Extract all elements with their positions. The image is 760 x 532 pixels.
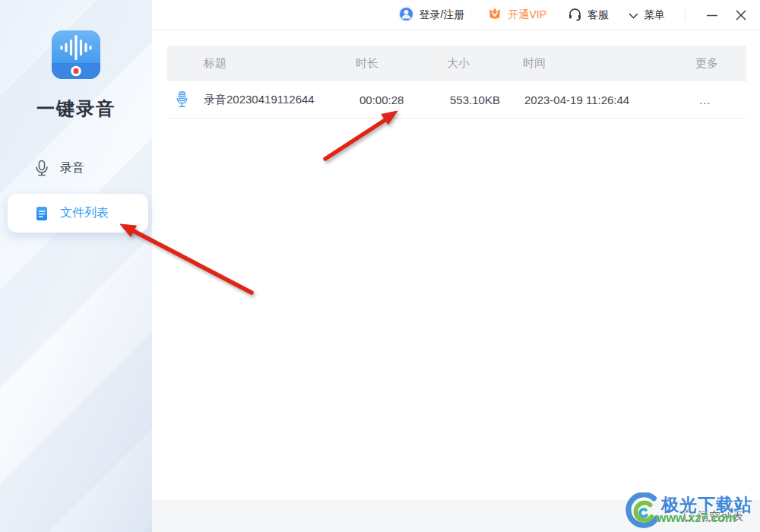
customer-service-label: 客服 bbox=[587, 8, 609, 22]
footer-bar: 清空列表 bbox=[152, 500, 760, 532]
login-register-button[interactable]: 登录/注册 bbox=[398, 6, 465, 24]
cell-time: 2023-04-19 11:26:44 bbox=[524, 81, 629, 118]
user-avatar-icon bbox=[398, 6, 414, 24]
sidebar-item-label: 文件列表 bbox=[60, 205, 109, 221]
microphone-icon bbox=[34, 160, 49, 176]
trash-icon bbox=[682, 509, 693, 524]
open-vip-label: 开通VIP bbox=[508, 8, 546, 22]
app-title: 一键录音 bbox=[0, 97, 152, 121]
row-more-button[interactable]: ... bbox=[699, 81, 711, 118]
clear-list-button[interactable]: 清空列表 bbox=[682, 500, 743, 532]
chevron-down-icon bbox=[629, 9, 638, 21]
clear-list-label: 清空列表 bbox=[698, 509, 743, 524]
recording-mic-icon bbox=[176, 91, 188, 108]
column-header-size: 大小 bbox=[447, 46, 470, 81]
customer-service-button[interactable]: 客服 bbox=[568, 7, 609, 24]
minimize-button[interactable] bbox=[704, 7, 720, 24]
open-vip-button[interactable]: 开通VIP bbox=[487, 7, 546, 24]
topbar: 登录/注册 开通VIP 客服 bbox=[152, 0, 760, 30]
column-header-more: 更多 bbox=[695, 46, 718, 81]
cell-size: 553.10KB bbox=[450, 81, 500, 118]
sidebar-item-record[interactable]: 录音 bbox=[0, 155, 152, 181]
recording-row[interactable]: 录音20230419112644 00:00:28 553.10KB 2023-… bbox=[167, 81, 746, 119]
cell-duration: 00:00:28 bbox=[359, 81, 404, 118]
app-logo-icon bbox=[52, 30, 100, 79]
login-register-label: 登录/注册 bbox=[420, 8, 465, 22]
cell-title: 录音20230419112644 bbox=[204, 81, 315, 118]
menu-label: 菜单 bbox=[644, 8, 665, 22]
app-window: 一键录音 录音 bbox=[0, 0, 760, 532]
headset-icon bbox=[568, 7, 582, 24]
sidebar: 一键录音 录音 bbox=[0, 0, 152, 532]
close-button[interactable] bbox=[733, 7, 749, 24]
menu-button[interactable]: 菜单 bbox=[629, 8, 665, 22]
topbar-divider bbox=[685, 8, 686, 22]
column-header-duration: 时长 bbox=[356, 46, 378, 81]
sidebar-item-file-list[interactable]: 文件列表 bbox=[8, 194, 148, 233]
file-table-header: 标题 时长 大小 时间 更多 bbox=[167, 46, 746, 81]
column-header-title: 标题 bbox=[204, 46, 226, 81]
vip-crown-icon bbox=[487, 7, 502, 24]
sidebar-item-label: 录音 bbox=[60, 160, 84, 176]
file-list-icon bbox=[34, 205, 49, 222]
column-header-time: 时间 bbox=[523, 46, 546, 81]
